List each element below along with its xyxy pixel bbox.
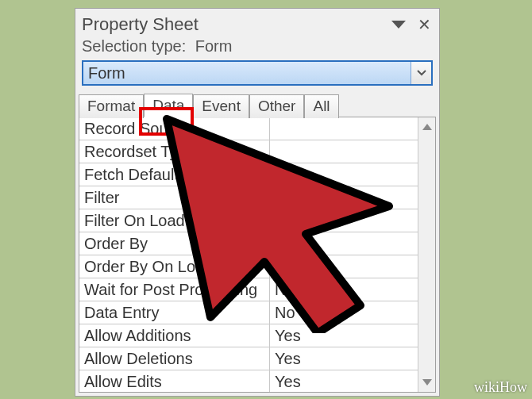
property-row[interactable]: Order By <box>79 232 418 255</box>
property-row[interactable]: Allow EditsYes <box>79 370 418 392</box>
tab-label: Data <box>152 97 184 113</box>
svg-marker-0 <box>391 21 406 29</box>
property-value[interactable] <box>270 117 418 140</box>
panel-header: Property Sheet ✕ <box>75 9 439 37</box>
property-value[interactable] <box>270 209 418 232</box>
property-value[interactable]: Yes <box>270 255 418 278</box>
tab-label: Format <box>87 98 135 114</box>
property-value[interactable] <box>270 232 418 255</box>
property-row[interactable]: Order By On LoadYes <box>79 255 418 278</box>
tab-all[interactable]: All <box>304 94 338 118</box>
property-row[interactable]: Recordset Type <box>79 140 418 163</box>
property-value[interactable]: Yes <box>270 370 418 392</box>
tab-format[interactable]: Format <box>79 94 144 118</box>
property-row[interactable]: Record Source <box>79 117 418 140</box>
property-row[interactable]: Filter On Load <box>79 209 418 232</box>
property-name: Recordset Type <box>79 140 270 163</box>
property-name: Allow Additions <box>79 324 270 347</box>
selection-type-value: Form <box>195 37 233 55</box>
tab-other[interactable]: Other <box>249 94 305 118</box>
object-combo-row: Form <box>75 60 439 94</box>
property-name: Filter <box>79 186 270 209</box>
property-name: Filter On Load <box>79 209 270 232</box>
property-name: Data Entry <box>79 301 270 324</box>
property-name: Allow Deletions <box>79 347 270 370</box>
property-row[interactable]: Allow DeletionsYes <box>79 347 418 370</box>
chevron-down-icon[interactable] <box>411 62 431 84</box>
scrollbar[interactable] <box>418 117 435 392</box>
property-name: Order By <box>79 232 270 255</box>
collapse-icon[interactable] <box>391 21 409 29</box>
object-combo-value: Form <box>83 64 411 82</box>
property-value[interactable] <box>270 140 418 163</box>
grid-body: Record SourceRecordset TypeFetch Default… <box>79 117 418 392</box>
tab-label: Event <box>202 98 241 114</box>
property-row[interactable]: Filter <box>79 186 418 209</box>
property-row[interactable]: Data EntryNo <box>79 301 418 324</box>
property-value[interactable]: Yes <box>270 347 418 370</box>
property-name: Order By On Load <box>79 255 270 278</box>
selection-type-label: Selection type: <box>82 37 186 55</box>
scroll-down-icon[interactable] <box>418 373 435 392</box>
property-value[interactable]: No <box>270 278 418 301</box>
svg-marker-1 <box>422 124 432 130</box>
property-row[interactable]: Fetch Defaults <box>79 163 418 186</box>
property-row[interactable]: Wait for Post ProcessingNo <box>79 278 418 301</box>
selection-type: Selection type: Form <box>75 37 439 60</box>
property-value[interactable] <box>270 163 418 186</box>
property-name: Record Source <box>79 117 270 140</box>
tab-label: All <box>313 98 330 114</box>
scroll-up-icon[interactable] <box>418 117 435 136</box>
panel-title: Property Sheet <box>82 14 391 35</box>
tab-event[interactable]: Event <box>193 94 249 118</box>
property-row[interactable]: Allow AdditionsYes <box>79 324 418 347</box>
property-value[interactable] <box>270 186 418 209</box>
tab-data[interactable]: Data <box>144 94 193 117</box>
watermark: wikiHow <box>474 379 527 396</box>
object-combo[interactable]: Form <box>82 60 433 86</box>
property-value[interactable]: No <box>270 301 418 324</box>
property-value[interactable]: Yes <box>270 324 418 347</box>
property-name: Wait for Post Processing <box>79 278 270 301</box>
tab-label: Other <box>258 98 296 114</box>
property-name: Fetch Defaults <box>79 163 270 186</box>
tab-strip: Format Data Event Other All <box>75 94 439 117</box>
svg-marker-2 <box>422 379 432 386</box>
close-icon[interactable]: ✕ <box>415 15 433 34</box>
property-grid: Record SourceRecordset TypeFetch Default… <box>79 117 436 393</box>
property-sheet-panel: Property Sheet ✕ Selection type: Form Fo… <box>75 8 440 397</box>
property-name: Allow Edits <box>79 370 270 392</box>
